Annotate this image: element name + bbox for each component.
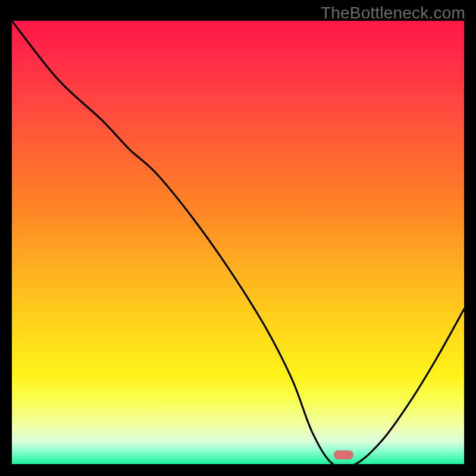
chart-stage: TheBottleneck.com xyxy=(0,0,476,476)
optimum-marker xyxy=(334,450,353,459)
watermark-text: TheBottleneck.com xyxy=(321,4,465,23)
bottleneck-curve xyxy=(12,21,464,464)
plot-area xyxy=(12,21,464,464)
